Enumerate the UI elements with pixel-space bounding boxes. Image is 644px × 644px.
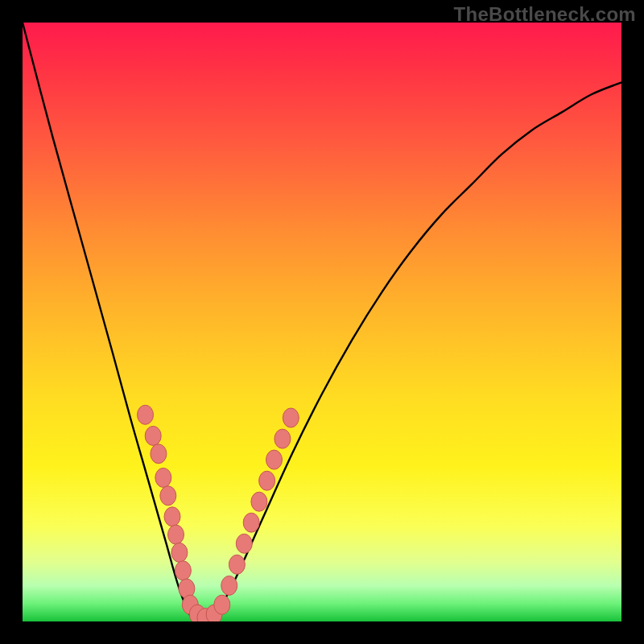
chart-svg xyxy=(23,23,621,621)
curve-marker xyxy=(275,429,291,448)
curve-marker xyxy=(229,555,245,574)
curve-marker xyxy=(171,543,188,562)
curve-layer xyxy=(23,23,621,621)
bottleneck-curve xyxy=(23,23,621,621)
curve-marker xyxy=(151,444,167,464)
curve-marker xyxy=(145,426,161,445)
curve-marker xyxy=(175,561,191,580)
curve-marker xyxy=(160,486,176,506)
curve-marker xyxy=(155,468,171,487)
curve-marker xyxy=(164,507,180,526)
curve-marker xyxy=(259,471,275,490)
curve-marker xyxy=(168,525,184,544)
curve-marker xyxy=(283,408,299,427)
watermark-text: TheBottleneck.com xyxy=(454,3,636,26)
chart-plot-area xyxy=(23,23,621,621)
curve-marker xyxy=(243,513,259,532)
curve-marker xyxy=(214,595,230,614)
curve-marker xyxy=(266,450,283,469)
curve-marker xyxy=(236,534,252,553)
chart-frame: TheBottleneck.com xyxy=(0,0,644,644)
marker-layer xyxy=(138,405,299,621)
curve-marker xyxy=(221,576,237,595)
curve-marker xyxy=(251,492,267,511)
curve-marker xyxy=(138,405,154,424)
